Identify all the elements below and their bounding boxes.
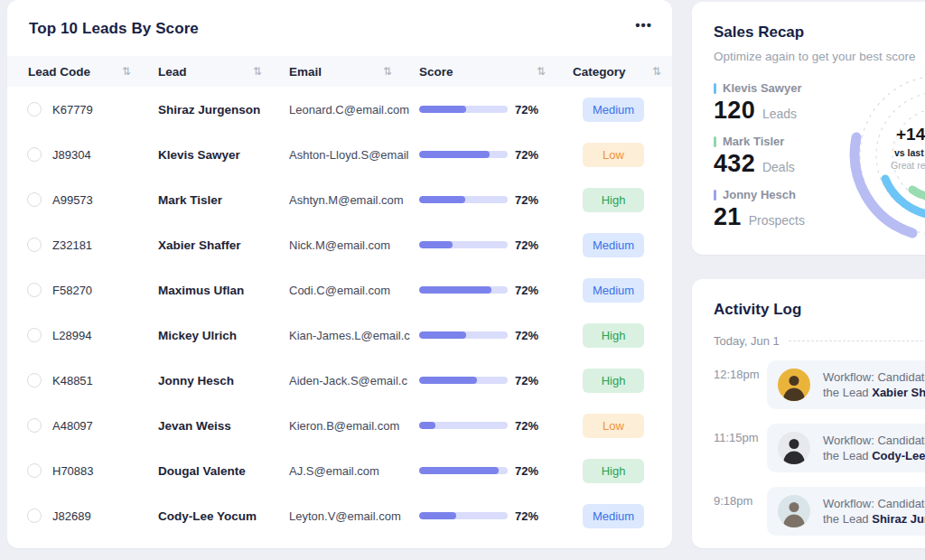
- row-checkbox[interactable]: [27, 238, 42, 252]
- category-badge: Medium: [583, 98, 644, 122]
- stat-unit: Deals: [762, 160, 795, 174]
- sort-icon[interactable]: ⇅: [537, 65, 546, 78]
- table-row[interactable]: A48097 Jevan Weiss Kieron.B@email.com 72…: [7, 403, 672, 448]
- sales-recap-title: Sales Recap: [714, 23, 925, 42]
- more-options-icon[interactable]: •••: [635, 18, 652, 32]
- score-percent-label: 72%: [515, 193, 538, 207]
- score-bar-fill: [419, 422, 435, 429]
- lead-email-cell: Aiden-Jack.S@email.c: [289, 374, 412, 387]
- score-bar-fill: [419, 106, 466, 113]
- row-checkbox[interactable]: [27, 328, 42, 342]
- table-row[interactable]: F58270 Maximus Uflan Codi.C@email.com 72…: [7, 267, 672, 313]
- score-bar-fill: [419, 377, 477, 384]
- activity-line2: the Lead Xabier Shaffer: [823, 385, 925, 400]
- score-bar-fill: [419, 151, 490, 158]
- sort-icon[interactable]: ⇅: [652, 65, 661, 78]
- row-checkbox[interactable]: [27, 283, 42, 297]
- activity-entries: 12:18pm Workflow: Candidate R the Lead X…: [714, 360, 925, 536]
- stat-color-marker: [714, 136, 716, 147]
- activity-entry-text: Workflow: Candidate R the Lead Shiraz Ju…: [823, 496, 925, 527]
- gauge-delta-value: +14%: [896, 125, 925, 145]
- table-row[interactable]: Z32181 Xabier Shaffer Nick.M@email.com 7…: [7, 222, 672, 267]
- table-row[interactable]: J82689 Cody-Lee Yocum Leyton.V@email.com…: [7, 493, 672, 538]
- activity-entry[interactable]: Workflow: Candidate R the Lead Cody-Lee …: [767, 424, 925, 472]
- column-header-label: Lead: [158, 65, 187, 79]
- row-checkbox[interactable]: [27, 373, 42, 387]
- lead-name-cell: Shiraz Jurgenson: [158, 103, 289, 117]
- column-header-label: Email: [289, 65, 322, 79]
- sales-stats-list: Klevis Sawyer 120 Leads Mark Tisler 432 …: [714, 81, 925, 231]
- column-header-lead-code[interactable]: Lead Code ⇅: [28, 65, 158, 79]
- column-header-score[interactable]: Score ⇅: [419, 65, 573, 79]
- table-row[interactable]: J89304 Klevis Sawyer Ashton-Lloyd.S@emai…: [7, 132, 672, 177]
- category-badge: Low: [583, 414, 644, 438]
- table-row[interactable]: A99573 Mark Tisler Ashtyn.M@email.com 72…: [7, 177, 672, 222]
- sort-icon[interactable]: ⇅: [122, 65, 131, 78]
- avatar: [778, 432, 810, 464]
- activity-entry[interactable]: Workflow: Candidate R the Lead Xabier Sh…: [767, 360, 925, 409]
- column-header-lead[interactable]: Lead ⇅: [158, 65, 289, 79]
- score-cell: 72%: [419, 509, 573, 523]
- activity-entry[interactable]: Workflow: Candidate R the Lead Shiraz Ju…: [767, 487, 925, 536]
- score-bar-fill: [419, 331, 466, 339]
- sort-icon[interactable]: ⇅: [253, 65, 262, 78]
- lead-name-cell: Jonny Hesch: [158, 374, 289, 387]
- score-cell: 72%: [419, 193, 573, 207]
- lead-name-cell: Mark Tisler: [158, 193, 289, 207]
- gauge-delta-note: Great result!: [891, 160, 925, 171]
- score-percent-label: 72%: [515, 103, 538, 117]
- lead-email-cell: Codi.C@email.com: [289, 284, 412, 297]
- row-checkbox[interactable]: [27, 509, 42, 523]
- avatar: [778, 495, 810, 527]
- score-cell: 72%: [419, 284, 573, 297]
- lead-code-cell: K67779: [52, 103, 158, 117]
- column-header-category[interactable]: Category ⇅: [573, 65, 672, 79]
- score-bar-track: [419, 512, 508, 519]
- score-bar-track: [419, 241, 508, 248]
- sales-stat: Klevis Sawyer 120 Leads: [714, 81, 925, 125]
- column-header-email[interactable]: Email ⇅: [289, 65, 419, 79]
- leads-table-header: Top 10 Leads By Score •••: [7, 0, 672, 56]
- activity-line1: Workflow: Candidate R: [823, 496, 925, 511]
- lead-code-cell: F58270: [52, 284, 158, 297]
- row-checkbox[interactable]: [27, 418, 42, 433]
- row-checkbox[interactable]: [27, 147, 42, 162]
- leads-table-title: Top 10 Leads By Score: [29, 20, 650, 38]
- score-bar-track: [419, 422, 508, 429]
- score-bar-track: [419, 106, 508, 113]
- score-bar-fill: [419, 196, 465, 203]
- activity-entry-row: 9:18pm Workflow: Candidate R the Lead Sh…: [714, 487, 925, 536]
- score-cell: 72%: [419, 419, 573, 433]
- score-bar-track: [419, 377, 508, 384]
- lead-code-cell: K48851: [52, 374, 158, 387]
- row-checkbox[interactable]: [27, 192, 42, 207]
- category-badge: High: [583, 323, 644, 348]
- score-cell: 72%: [419, 148, 573, 162]
- score-percent-label: 72%: [515, 148, 538, 162]
- lead-code-cell: A48097: [52, 419, 158, 433]
- table-row[interactable]: K48851 Jonny Hesch Aiden-Jack.S@email.c …: [7, 358, 672, 403]
- score-bar-track: [419, 331, 508, 339]
- table-row[interactable]: H70883 Dougal Valente AJ.S@email.com 72%…: [7, 448, 672, 493]
- lead-code-cell: Z32181: [52, 238, 158, 252]
- activity-entry-text: Workflow: Candidate R the Lead Cody-Lee …: [823, 433, 925, 463]
- lead-code-cell: J82689: [52, 509, 158, 523]
- row-checkbox[interactable]: [27, 102, 42, 117]
- sort-icon[interactable]: ⇅: [383, 65, 392, 78]
- gauge-delta-caption: vs last month: [894, 147, 925, 158]
- table-row[interactable]: L28994 Mickey Ulrich Kian-James.L@email.…: [7, 313, 672, 358]
- lead-name-cell: Dougal Valente: [158, 464, 289, 478]
- activity-log-title: Activity Log: [714, 301, 925, 319]
- score-percent-label: 72%: [515, 374, 538, 387]
- score-bar-track: [419, 467, 508, 474]
- stat-person-name: Klevis Sawyer: [723, 81, 801, 95]
- table-row[interactable]: K67779 Shiraz Jurgenson Leonard.C@email.…: [7, 87, 672, 132]
- lead-email-cell: AJ.S@email.com: [289, 464, 412, 478]
- column-header-label: Lead Code: [28, 65, 90, 79]
- stat-person-name: Mark Tisler: [723, 135, 784, 148]
- activity-entry-time: 11:15pm: [714, 424, 767, 472]
- row-checkbox[interactable]: [27, 463, 42, 478]
- score-percent-label: 72%: [515, 284, 538, 297]
- activity-line1: Workflow: Candidate R: [823, 369, 925, 385]
- score-percent-label: 72%: [515, 464, 538, 478]
